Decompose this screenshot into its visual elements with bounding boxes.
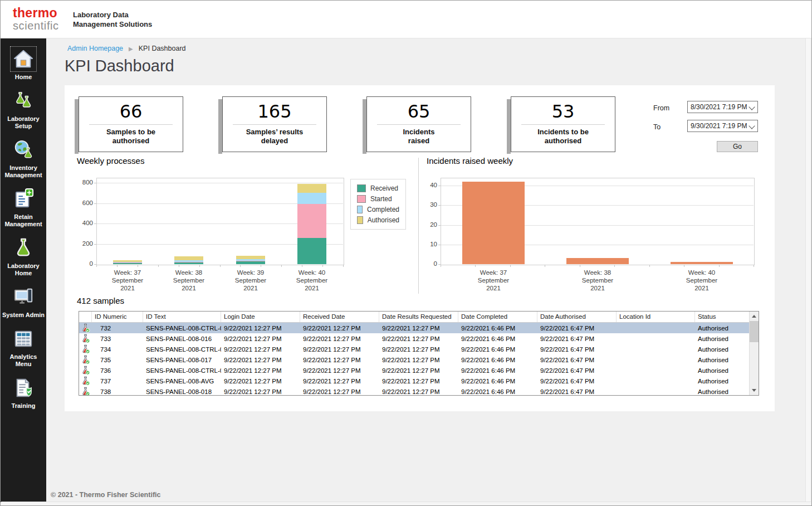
cell-date-completed: 9/22/2021 6:46 PM	[458, 388, 537, 395]
cell-status: Authorised	[695, 325, 750, 332]
kpi-label-line: raised	[367, 137, 471, 145]
legend-item-received: Received	[357, 184, 399, 192]
cell-login-date: 9/22/2021 12:27 PM	[221, 378, 300, 385]
x-tick-mark	[281, 265, 282, 267]
scroll-up-button[interactable]	[750, 312, 759, 321]
table-row[interactable]: 734SENS-PANEL-008-CTRL-0149/22/2021 12:2…	[79, 344, 759, 354]
cell-received-date: 9/22/2021 12:27 PM	[300, 325, 379, 332]
x-tick-mark	[754, 265, 754, 267]
sidebar-item-retain-management[interactable]: Retain Management	[1, 186, 46, 228]
bottom-strip	[1, 502, 811, 505]
cell-id-text: SENS-PANEL-008-CTRL-015	[143, 367, 221, 374]
bar-segment-completed	[174, 260, 203, 262]
scrollbar-thumb[interactable]	[750, 321, 759, 342]
legend-swatch-authorised	[357, 216, 363, 224]
y-tick-label: 0	[417, 260, 437, 267]
from-date-select[interactable]: 8/30/2021 7:19 PM	[687, 101, 758, 113]
table-scrollbar[interactable]	[749, 312, 759, 395]
x-tick-mark	[220, 265, 221, 267]
sidebar-item-system-admin[interactable]: System Admin	[1, 284, 46, 319]
column-header-status[interactable]: Status	[695, 312, 750, 322]
y-tick-mark	[94, 223, 96, 224]
x-tick-label: Week: 40September2021	[671, 269, 732, 292]
table-row[interactable]: 733SENS-PANEL-008-0169/22/2021 12:27 PM9…	[79, 333, 759, 344]
y-tick-mark	[94, 203, 96, 204]
sidebar-item-label: Laboratory Home	[1, 262, 46, 277]
cell-date-authorised: 9/22/2021 6:47 PM	[537, 357, 617, 363]
breadcrumb: Admin Homepage ▶ KPI Dashboard	[67, 45, 186, 52]
bar-segment-received	[297, 238, 326, 264]
y-tick-label: 40	[417, 182, 437, 188]
cell-date-authorised: 9/22/2021 6:47 PM	[537, 325, 617, 332]
scroll-down-button[interactable]	[750, 386, 759, 395]
x-tick-label-line: 2021	[97, 284, 158, 292]
x-tick-label-line: Week: 38	[567, 269, 628, 276]
cell-date-authorised: 9/22/2021 6:47 PM	[537, 367, 617, 374]
breadcrumb-link-admin-homepage[interactable]: Admin Homepage	[67, 45, 123, 52]
legend-swatch-received	[357, 184, 366, 192]
sample-flask-icon	[79, 334, 92, 343]
column-header-date-authorised[interactable]: Date Authorised	[537, 312, 617, 322]
cell-date-results-requested: 9/22/2021 12:27 PM	[379, 357, 458, 363]
sidebar-item-label: System Admin	[1, 312, 46, 319]
x-tick-mark	[240, 265, 241, 267]
sidebar-item-label: Inventory Management	[1, 164, 46, 179]
sidebar-item-laboratory-setup[interactable]: Laboratory Setup	[1, 88, 46, 130]
column-header-id-text[interactable]: ID Text	[143, 312, 221, 322]
column-header-icon[interactable]	[79, 312, 92, 322]
to-date-select[interactable]: 9/30/2021 7:19 PM	[687, 120, 758, 132]
kpi-value: 66	[79, 100, 183, 123]
column-header-login-date[interactable]: Login Date	[221, 312, 300, 322]
sample-flask-icon	[79, 376, 92, 386]
cell-login-date: 9/22/2021 12:27 PM	[221, 335, 300, 342]
column-header-date-results-requested[interactable]: Date Results Requested	[379, 312, 458, 322]
column-header-location-id[interactable]: Location Id	[617, 312, 695, 322]
kpi-label-line: delayed	[223, 137, 326, 145]
x-tick-mark	[322, 265, 323, 267]
go-button[interactable]: Go	[717, 141, 758, 152]
table-row[interactable]: 735SENS-PANEL-008-0179/22/2021 12:27 PM9…	[79, 354, 759, 365]
sidebar-item-inventory-management[interactable]: Inventory Management	[1, 137, 46, 179]
table-row[interactable]: 736SENS-PANEL-008-CTRL-0159/22/2021 12:2…	[79, 365, 759, 376]
column-header-received-date[interactable]: Received Date	[300, 312, 379, 322]
cell-id-numeric: 735	[92, 357, 143, 363]
column-header-id-numeric[interactable]: ID Numeric	[92, 312, 143, 322]
y-tick-mark	[94, 183, 96, 183]
cell-login-date: 9/22/2021 12:27 PM	[221, 346, 300, 353]
bar-segment-authorised	[297, 184, 326, 193]
to-label: To	[653, 123, 661, 131]
sidebar-item-training[interactable]: Training	[1, 375, 46, 410]
column-header-date-completed[interactable]: Date Completed	[458, 312, 537, 322]
sample-flask-icon	[79, 355, 92, 364]
table-row[interactable]: 732SENS-PANEL-008-CTRL-0139/22/2021 12:2…	[79, 323, 759, 333]
app-title-line2: Management Solutions	[73, 20, 152, 29]
x-tick-mark	[684, 265, 684, 267]
cell-received-date: 9/22/2021 12:27 PM	[300, 357, 379, 363]
sidebar-item-label: Analytics Menu	[1, 353, 46, 368]
cell-date-authorised: 9/22/2021 6:47 PM	[537, 335, 617, 342]
sidebar-item-home[interactable]: Home	[1, 46, 46, 81]
bar-segment-authorised	[236, 256, 265, 259]
table-row[interactable]: 737SENS-PANEL-008-AVG9/22/2021 12:27 PM9…	[79, 376, 759, 386]
cell-date-authorised: 9/22/2021 6:47 PM	[537, 346, 617, 353]
kpi-card-samples-results-delayed: 165Samples’ resultsdelayed	[222, 96, 327, 152]
cell-id-text: SENS-PANEL-008-AVG	[143, 378, 221, 385]
y-tick-label: 10	[417, 241, 437, 247]
kpi-label-line: Incidents to be	[511, 128, 615, 137]
cell-date-authorised: 9/22/2021 6:47 PM	[537, 378, 617, 385]
sidebar-item-analytics-menu[interactable]: Analytics Menu	[1, 326, 46, 368]
x-tick-label-line: Week: 40	[281, 269, 343, 276]
cell-date-results-requested: 9/22/2021 12:27 PM	[379, 325, 458, 332]
page-scrollbar[interactable]	[805, 38, 810, 502]
bar-segment-incidents-raised-weekly	[462, 182, 525, 264]
sidebar-item-label: Training	[1, 402, 46, 410]
legend-swatch-completed	[357, 206, 363, 213]
samples-table-header: ID NumericID TextLogin DateReceived Date…	[79, 312, 759, 323]
cell-status: Authorised	[695, 335, 750, 342]
x-tick-mark	[179, 265, 179, 267]
table-row[interactable]: 738SENS-PANEL-008-0189/22/2021 12:27 PM9…	[79, 386, 759, 396]
x-tick-label: Week: 37September2021	[463, 269, 524, 292]
training-icon	[10, 375, 37, 401]
sidebar-item-laboratory-home[interactable]: Laboratory Home	[1, 235, 46, 277]
bar-segment-received	[236, 261, 265, 264]
